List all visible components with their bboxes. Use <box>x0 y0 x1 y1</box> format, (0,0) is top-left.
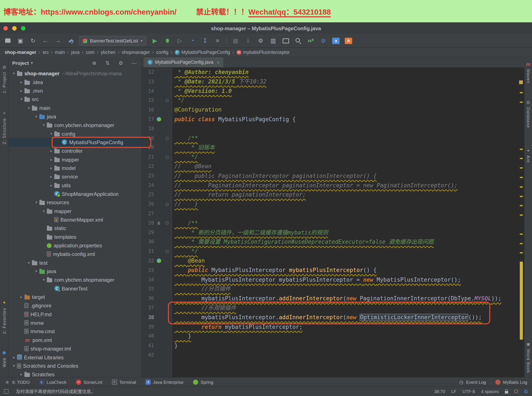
chevron-down-icon[interactable]: ▾ <box>48 132 54 136</box>
code-editor[interactable]: 12 * @Author: chenyanbin13 * @Date: 2021… <box>142 68 524 377</box>
warning-stripe-mark[interactable] <box>520 243 523 244</box>
breadcrumb-item-mybatispluspageconfig[interactable]: MybatisPlusPageConfig <box>175 50 230 55</box>
intention-gutter-icon[interactable]: ≣ <box>154 218 163 228</box>
chevron-down-icon[interactable]: ▾ <box>41 278 47 282</box>
tree-item-utils[interactable]: ▸utils <box>9 181 141 190</box>
fold-icon[interactable] <box>163 137 170 140</box>
tree-item-scratches-and-consoles[interactable]: ▾Scratches and Consoles <box>9 362 141 370</box>
tree-item-mvn[interactable]: ▸.mvn <box>9 87 141 95</box>
spring-bean-gutter-icon[interactable] <box>154 259 163 263</box>
code-line-36[interactable]: 36 mybatisPlusInterceptor.addInnerInterc… <box>142 294 524 303</box>
code-line-22[interactable]: 22// @Bean <box>142 162 524 171</box>
tool-button-structure[interactable]: #Z: Structure <box>0 110 9 144</box>
settings-gear-icon[interactable]: ⚙ <box>257 37 265 44</box>
tool-button-database[interactable]: ▤Database <box>525 99 532 128</box>
search-everywhere-icon[interactable] <box>295 37 302 44</box>
spring-bean-gutter-icon[interactable] <box>154 117 163 122</box>
forward-icon[interactable]: → <box>54 37 62 44</box>
code-line-27[interactable]: 27 <box>142 209 524 218</box>
tree-item-target[interactable]: ▸target <box>9 293 141 301</box>
tree-item-mapper[interactable]: ▸mapper <box>9 155 141 164</box>
tree-item-application-properties[interactable]: application.properties <box>9 241 141 250</box>
chevron-down-icon[interactable]: ▾ <box>41 209 47 213</box>
chevron-right-icon[interactable]: ▸ <box>48 157 54 162</box>
fold-icon[interactable] <box>163 221 170 225</box>
statusbar-widget-icon[interactable] <box>4 389 9 394</box>
tree-item-java[interactable]: ▾java <box>9 112 141 121</box>
tool-button-wordbook[interactable]: ▣Word Book <box>525 342 532 373</box>
tree-item-help-md[interactable]: HELP.md <box>9 310 141 319</box>
warning-stripe-block[interactable] <box>520 262 523 340</box>
tool-button-ant[interactable]: ●Ant <box>525 148 532 163</box>
tree-item-model[interactable]: ▸model <box>9 164 141 173</box>
code-line-17[interactable]: 17public class MybatisPlusPageConfig { <box>142 115 524 124</box>
toolwindow-sonarlint[interactable]: SonarLint <box>76 379 102 385</box>
chevron-right-icon[interactable]: ▸ <box>18 80 24 84</box>
tree-item-java[interactable]: ▾java <box>9 267 141 276</box>
tree-item-controller[interactable]: ▸controller <box>9 146 141 155</box>
debug-icon[interactable] <box>164 37 171 44</box>
code-line-42[interactable]: 42 <box>142 350 524 360</box>
code-line-21[interactable]: 21 */ <box>142 152 524 162</box>
close-window-button[interactable] <box>3 26 8 30</box>
breadcrumb-item-main[interactable]: main <box>55 50 65 55</box>
code-line-39[interactable]: 39 return mybatisPlusInterceptor; <box>142 322 524 332</box>
fold-icon[interactable] <box>163 250 170 253</box>
code-line-35[interactable]: 35 //分页插件 <box>142 285 524 294</box>
tool-button-maven[interactable]: mMaven <box>525 61 532 84</box>
code-line-28[interactable]: 28≣ /** <box>142 218 524 228</box>
tree-item-com-ybchen-shopmanager[interactable]: ▾com.ybchen.shopmanager <box>9 121 141 129</box>
toolwindow-spring[interactable]: Spring <box>193 379 213 385</box>
code-line-40[interactable]: 40 } <box>142 332 524 341</box>
chevron-right-icon[interactable]: ▸ <box>18 372 24 377</box>
tree-item-static[interactable]: static <box>9 224 141 233</box>
code-line-37[interactable]: 37 //乐观锁插件 <box>142 303 524 313</box>
caret-position[interactable]: 38:70 <box>434 389 445 394</box>
attach-process-icon[interactable]: ↧ <box>201 37 209 44</box>
tree-item-service[interactable]: ▸service <box>9 173 141 181</box>
tree-item-mvnw[interactable]: mvnw <box>9 319 141 327</box>
breadcrumb-item-shop-manager[interactable]: shop-manager <box>5 50 36 55</box>
warning-stripe-mark[interactable] <box>520 186 523 187</box>
collapse-all-icon[interactable]: ⇅ <box>103 60 111 66</box>
tree-item-pom-xml[interactable]: pom.xml <box>9 336 141 344</box>
warning-stripe-mark[interactable] <box>520 205 523 206</box>
notifications-icon[interactable] <box>515 390 518 393</box>
code-line-26[interactable]: 26// } <box>142 199 524 209</box>
power-save-icon[interactable]: ⊘ <box>320 37 327 44</box>
statistics-chart-icon[interactable] <box>307 37 315 44</box>
translate-icon[interactable]: a <box>332 38 340 44</box>
fold-icon[interactable] <box>163 203 170 206</box>
monitor-icon[interactable] <box>282 37 289 44</box>
minimize-window-button[interactable] <box>12 26 17 30</box>
chevron-right-icon[interactable]: ▸ <box>11 355 17 360</box>
view-options-icon[interactable]: ▥ <box>269 37 277 44</box>
tree-item-scratches[interactable]: ▸Scratches <box>9 370 141 377</box>
code-line-14[interactable]: 14 * @Versiion: 1.0 <box>142 87 524 96</box>
tree-item-config[interactable]: ▾config <box>9 129 141 138</box>
chevron-right-icon[interactable]: ▸ <box>18 295 24 299</box>
file-encoding[interactable]: UTF-8 <box>463 389 475 394</box>
code-line-41[interactable]: 41} <box>142 341 524 350</box>
translate-plugin-icon[interactable]: G <box>524 389 528 394</box>
line-separator[interactable]: LF <box>451 389 457 394</box>
breadcrumb-item-src[interactable]: src <box>43 50 49 55</box>
code-line-13[interactable]: 13 * @Date: 2021/3/5 下午10:32 <box>142 77 524 87</box>
profiler-icon[interactable]: ◔ <box>189 37 196 44</box>
breadcrumb-item-ybchen[interactable]: ybchen <box>101 50 116 55</box>
hide-panel-icon[interactable]: — <box>130 60 138 66</box>
toolwindow-event-log[interactable]: Event Log <box>459 379 486 385</box>
editor-tab[interactable]: MybatisPlusPageConfig.java × <box>144 57 223 67</box>
warning-stripe-mark[interactable] <box>520 177 523 178</box>
project-view-select[interactable]: Project ▾ <box>12 60 33 66</box>
tree-item-main[interactable]: ▾main <box>9 104 141 112</box>
warning-stripe-mark[interactable] <box>520 196 523 197</box>
code-line-20[interactable]: 20 * 旧版本 <box>142 143 524 152</box>
code-line-19[interactable]: 19 /** <box>142 134 524 143</box>
tree-item-src[interactable]: ▾src <box>9 95 141 104</box>
chevron-right-icon[interactable]: ▸ <box>48 166 54 170</box>
chevron-down-icon[interactable]: ▾ <box>33 114 39 119</box>
tree-item-shop-manager[interactable]: ▾shop-manager~/IdeaProjects/shop-mana <box>9 69 141 78</box>
tree-item-com-ybch[interactable]: ▾com.ybchen.shopmanager <box>9 276 141 284</box>
tree-item-external-libraries[interactable]: ▸External Libraries <box>9 353 141 361</box>
